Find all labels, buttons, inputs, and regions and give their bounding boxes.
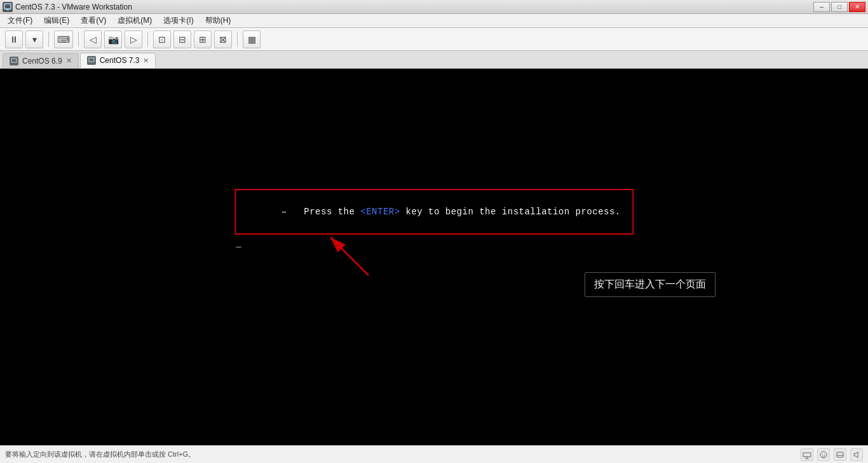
menu-help[interactable]: 帮助(H) [200, 14, 236, 27]
minimize-button[interactable]: – [813, 2, 830, 12]
terminal-content: – Press the <ENTER> key to begin the ins… [234, 189, 634, 249]
fit-guest-button[interactable]: ⊡ [153, 31, 171, 48]
annotation-text-box: 按下回车进入下一个页面 [585, 272, 715, 297]
annotation-arrow [311, 231, 388, 282]
send-keys-button[interactable]: ⌨ [54, 31, 73, 48]
tab-centos69-label: CentOS 6.9 [22, 57, 62, 66]
statusbar-right: U [801, 448, 863, 461]
menubar: 文件(F) 编辑(E) 查看(V) 虚拟机(M) 选项卡(I) 帮助(H) [0, 14, 868, 28]
terminal-cursor: _ [234, 238, 634, 249]
tab-centos69[interactable]: CentOS 6.9 ✕ [3, 53, 79, 68]
console-button[interactable]: ▦ [243, 31, 261, 48]
tabbar: CentOS 6.9 ✕ CentOS 7.3 ✕ [0, 51, 868, 69]
tab-centos73-label: CentOS 7.3 [100, 56, 140, 65]
pause-button[interactable]: ⏸ [5, 31, 23, 48]
toolbar-sep-2 [78, 32, 79, 47]
window-controls: – □ ✕ [813, 2, 865, 12]
svg-rect-6 [803, 453, 811, 457]
stretch-button[interactable]: ⊞ [194, 31, 212, 48]
snapshot-back-button[interactable]: ◁ [84, 31, 102, 48]
dropdown-button[interactable]: ▾ [25, 31, 43, 48]
vm-display[interactable]: – Press the <ENTER> key to begin the ins… [0, 69, 868, 445]
enter-key-highlight: <ENTER> [360, 207, 400, 217]
menu-edit[interactable]: 编辑(E) [39, 14, 74, 27]
menu-vm[interactable]: 虚拟机(M) [112, 14, 157, 27]
statusbar-disk-icon[interactable] [834, 448, 846, 461]
app-icon [3, 2, 13, 12]
instruction-prefix: – Press the [281, 207, 361, 217]
close-button[interactable]: ✕ [849, 2, 865, 12]
titlebar-left: CentOS 7.3 - VMware Workstation [3, 2, 132, 12]
menu-tabs[interactable]: 选项卡(I) [158, 14, 198, 27]
snapshot-fwd-button[interactable]: ▷ [125, 31, 142, 48]
full-screen-button[interactable]: ⊠ [214, 31, 232, 48]
tab-centos73-icon [87, 56, 96, 65]
tab-centos73[interactable]: CentOS 7.3 ✕ [80, 53, 156, 68]
tab-centos69-close[interactable]: ✕ [66, 57, 72, 64]
instruction-suffix: key to begin the installation process. [400, 207, 621, 217]
titlebar: CentOS 7.3 - VMware Workstation – □ ✕ [0, 0, 868, 14]
menu-file[interactable]: 文件(F) [3, 14, 37, 27]
tab-centos69-icon [10, 57, 18, 66]
snapshot-button[interactable]: 📷 [104, 31, 122, 48]
svg-rect-2 [11, 59, 17, 62]
statusbar-network-icon[interactable] [801, 448, 813, 461]
tab-centos73-close[interactable]: ✕ [143, 57, 149, 64]
toolbar-sep-4 [237, 32, 238, 47]
statusbar-hint: 要将输入定向到该虚拟机，请在虚拟机内部单击或按 Ctrl+G。 [5, 450, 195, 459]
maximize-button[interactable]: □ [831, 2, 848, 12]
svg-rect-1 [6, 9, 9, 10]
toolbar-sep-3 [147, 32, 148, 47]
svg-rect-3 [89, 58, 94, 62]
instruction-box: – Press the <ENTER> key to begin the ins… [234, 189, 634, 235]
statusbar-usb-icon[interactable]: U [817, 448, 830, 461]
toolbar: ⏸ ▾ ⌨ ◁ 📷 ▷ ⊡ ⊟ ⊞ ⊠ ▦ [0, 28, 868, 51]
window-title: CentOS 7.3 - VMware Workstation [15, 3, 132, 11]
svg-text:U: U [822, 453, 825, 458]
svg-rect-0 [4, 4, 11, 9]
statusbar-audio-icon[interactable] [850, 448, 863, 461]
toolbar-sep-1 [48, 32, 49, 47]
statusbar: 要将输入定向到该虚拟机，请在虚拟机内部单击或按 Ctrl+G。 U [0, 445, 868, 463]
menu-view[interactable]: 查看(V) [76, 14, 111, 27]
fit-window-button[interactable]: ⊟ [173, 31, 191, 48]
svg-line-5 [330, 237, 369, 275]
annotation-text: 按下回车进入下一个页面 [594, 279, 706, 289]
svg-marker-13 [854, 452, 858, 458]
svg-rect-11 [837, 452, 843, 457]
